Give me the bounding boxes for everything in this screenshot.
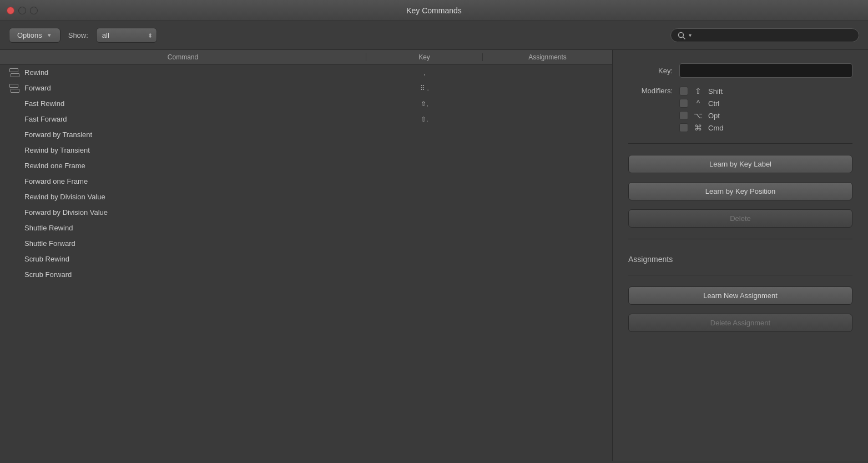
search-chevron-icon[interactable]: ▾ (689, 32, 692, 38)
toolbar: Options ▼ Show: all used unused ⬍ ▾ (0, 21, 868, 50)
table-row[interactable]: Fast Forward ⇧. (0, 112, 612, 127)
modifier-checkbox-ctrl[interactable] (679, 99, 688, 108)
delete-button[interactable]: Delete (628, 209, 852, 228)
maximize-button[interactable] (30, 7, 38, 14)
window-title: Key Commands (406, 6, 462, 15)
row-no-icon (9, 192, 20, 202)
modifier-name: Shift (708, 87, 723, 95)
cell-assignments (483, 273, 612, 277)
learn-key-position-button[interactable]: Learn by Key Position (628, 182, 852, 200)
cell-assignments (483, 86, 612, 90)
cell-key: ⇧. (366, 113, 483, 125)
cell-key (366, 226, 483, 230)
modifier-symbol: ⌘ (693, 123, 704, 132)
table-row[interactable]: Fast Rewind ⇧, (0, 96, 612, 112)
table-row[interactable]: Scrub Forward (0, 267, 612, 283)
close-button[interactable] (7, 7, 14, 14)
modifier-name: Opt (708, 112, 720, 120)
search-icon (678, 32, 685, 39)
cell-command: Scrub Forward (0, 268, 366, 282)
cell-command: Forward one Frame (0, 174, 366, 189)
row-no-icon (9, 161, 20, 171)
cell-key: , (366, 66, 483, 79)
options-button[interactable]: Options ▼ (9, 28, 60, 43)
table-row[interactable]: Rewind one Frame (0, 158, 612, 174)
modifier-checkbox-shift[interactable] (679, 87, 688, 95)
cell-assignments (483, 148, 612, 153)
row-no-icon (9, 145, 20, 155)
table-row[interactable]: Rewind , (0, 65, 612, 80)
command-name: Forward (24, 84, 51, 92)
cell-command: Rewind by Transient (0, 143, 366, 158)
cell-command: Scrub Rewind (0, 252, 366, 266)
modifier-items: ⇧ Shift ^ Ctrl ⌥ Opt ⌘ Cmd (679, 87, 852, 132)
row-no-icon (9, 114, 20, 124)
key-label: Key: (628, 67, 673, 75)
table-row[interactable]: Rewind by Division Value (0, 189, 612, 205)
command-name: Rewind (24, 68, 48, 77)
cell-command: Rewind (0, 66, 366, 80)
learn-key-label-button[interactable]: Learn by Key Label (628, 155, 852, 173)
key-input[interactable] (679, 63, 852, 78)
modifier-name: Ctrl (708, 99, 719, 108)
delete-assignment-button[interactable]: Delete Assignment (628, 314, 852, 332)
cell-key (366, 195, 483, 199)
command-name: Rewind by Transient (24, 146, 90, 154)
table-row[interactable]: Forward one Frame (0, 174, 612, 189)
modifier-item: ⌥ Opt (679, 111, 852, 120)
command-name: Forward by Division Value (24, 208, 108, 217)
cell-command: Fast Forward (0, 112, 366, 127)
command-name: Forward by Transient (24, 130, 92, 139)
cell-key (366, 257, 483, 261)
table-row[interactable]: Rewind by Transient (0, 143, 612, 158)
search-input[interactable] (695, 31, 852, 39)
table-row[interactable]: Forward ⠿ . (0, 80, 612, 96)
svg-line-1 (683, 37, 685, 39)
cell-key: ⇧, (366, 97, 483, 110)
cell-assignments (483, 133, 612, 137)
minimize-button[interactable] (18, 7, 26, 14)
show-select-wrapper: all used unused ⬍ (96, 28, 157, 43)
options-arrow-icon: ▼ (47, 32, 52, 38)
search-bar: ▾ (670, 28, 859, 42)
command-name: Scrub Rewind (24, 255, 69, 263)
cell-key (366, 273, 483, 277)
table-body[interactable]: Rewind , Forward ⠿ . Fa (0, 65, 612, 461)
table-row[interactable]: Scrub Rewind (0, 251, 612, 267)
modifier-item: ⇧ Shift (679, 87, 852, 95)
column-assignments: Assignments (483, 53, 612, 61)
cell-key (366, 241, 483, 246)
cell-assignments (483, 179, 612, 184)
show-label: Show: (68, 31, 88, 39)
assignments-heading: Assignments (628, 255, 852, 264)
main-content: Command Key Assignments Rewind , (0, 50, 868, 461)
table-header: Command Key Assignments (0, 50, 612, 65)
key-value: ⇧. (421, 115, 428, 123)
row-no-icon (9, 223, 20, 233)
modifier-symbol: ⌥ (693, 111, 704, 120)
column-command: Command (0, 53, 366, 61)
cell-assignments (483, 117, 612, 122)
show-select[interactable]: all used unused (96, 28, 157, 43)
options-label: Options (17, 31, 42, 39)
table-row[interactable]: Shuttle Forward (0, 236, 612, 251)
modifiers-label: Modifiers: (628, 87, 673, 95)
cell-assignments (483, 241, 612, 246)
cell-command: Forward by Division Value (0, 205, 366, 220)
cell-command: Rewind by Division Value (0, 190, 366, 204)
modifier-item: ⌘ Cmd (679, 123, 852, 132)
cell-key: ⠿ . (366, 82, 483, 94)
table-row[interactable]: Shuttle Rewind (0, 220, 612, 236)
table-row[interactable]: Forward by Transient (0, 127, 612, 143)
cell-key (366, 148, 483, 153)
cell-command: Forward by Transient (0, 128, 366, 142)
modifier-symbol: ⇧ (693, 87, 704, 95)
learn-new-assignment-button[interactable]: Learn New Assignment (628, 286, 852, 305)
cell-key (366, 179, 483, 184)
command-name: Forward one Frame (24, 177, 88, 185)
modifier-checkbox-cmd[interactable] (679, 123, 688, 132)
command-name: Rewind by Division Value (24, 193, 105, 201)
row-layers-icon (9, 83, 20, 93)
table-row[interactable]: Forward by Division Value (0, 205, 612, 220)
modifier-checkbox-opt[interactable] (679, 111, 688, 120)
